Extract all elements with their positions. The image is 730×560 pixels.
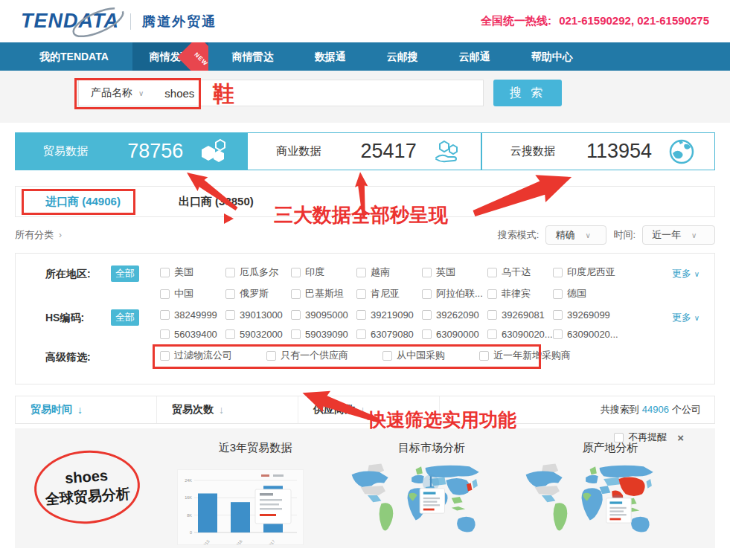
search-button[interactable]: 搜 索	[493, 80, 562, 106]
hs-checkbox[interactable]: 56039400	[160, 329, 225, 340]
checkbox-icon[interactable]	[422, 329, 432, 339]
sort-supplier-count[interactable]: 供应商数 ↓	[298, 396, 440, 423]
search-mode-select[interactable]: 精确 ∨	[545, 225, 606, 245]
nav-tab-data-pass[interactable]: 数据通	[298, 42, 363, 71]
nav-tab-cloud-mail[interactable]: 云邮通	[442, 42, 508, 71]
hs-checkbox[interactable]: 39013000	[225, 309, 291, 321]
hs-checkbox[interactable]: 39262090	[422, 309, 487, 321]
checkbox-icon[interactable]	[553, 310, 563, 320]
region-checkbox[interactable]: 菲律宾	[487, 287, 553, 300]
nav-tab-business-discovery[interactable]: 商情发现 NEW	[132, 42, 208, 71]
hs-checkbox[interactable]: 38249999	[160, 309, 225, 321]
search-category-select[interactable]: 产品名称 ∨	[79, 86, 154, 100]
hs-checkbox[interactable]: 39095000	[291, 309, 356, 321]
region-checkbox[interactable]: 印度尼西亚	[553, 265, 618, 279]
close-icon[interactable]: ×	[677, 431, 684, 444]
region-checkbox[interactable]: 肯尼亚	[356, 287, 422, 300]
advanced-checkbox[interactable]: 从中国采购	[382, 349, 445, 362]
hs-checkbox[interactable]: 63090000	[422, 329, 487, 340]
region-checkbox[interactable]: 阿拉伯联...	[422, 287, 487, 300]
checkbox-icon[interactable]	[356, 289, 366, 299]
checkbox-icon[interactable]	[487, 268, 497, 277]
checkbox-icon[interactable]	[382, 351, 392, 361]
region-checkbox[interactable]: 中国	[160, 287, 225, 300]
hs-row-2: 56039400 59032000 59039090	[160, 329, 658, 340]
sort-trade-count[interactable]: 贸易次数 ↓	[157, 396, 298, 423]
checkbox-icon[interactable]	[422, 268, 432, 277]
checkbox-icon[interactable]	[553, 329, 563, 339]
advanced-row: 过滤物流公司 只有一个供应商 从中国采购	[160, 349, 699, 362]
time-select[interactable]: 近一年 ∨	[642, 225, 715, 245]
checkbox-icon[interactable]	[225, 310, 235, 320]
checkbox-icon[interactable]	[422, 289, 432, 299]
hs-checkbox[interactable]: 59039090	[291, 329, 356, 340]
hs-more-link[interactable]: 更多 ∨	[658, 309, 699, 340]
nav-tab-business-radar[interactable]: 商情雷达	[215, 42, 291, 71]
breadcrumb-all-categories[interactable]: 所有分类 ›	[15, 228, 62, 242]
hs-checkbox[interactable]: 63090020...	[487, 329, 553, 340]
checkbox-icon[interactable]	[225, 329, 235, 339]
svg-text:2015: 2015	[201, 539, 210, 544]
checkbox-icon[interactable]	[291, 289, 301, 299]
checkbox-icon[interactable]	[225, 289, 235, 299]
sort-trade-time[interactable]: 贸易时间 ↓	[16, 396, 157, 423]
search-input[interactable]: shoes	[164, 87, 194, 100]
checkbox-icon[interactable]	[291, 310, 301, 320]
checkbox-icon[interactable]	[266, 351, 276, 361]
tab-exporters[interactable]: 出口商 (33850)	[179, 195, 254, 209]
checkbox-icon[interactable]	[356, 268, 366, 277]
tendata-logo[interactable]: TENDATA	[21, 10, 119, 33]
checkbox-icon[interactable]	[160, 310, 170, 320]
advanced-checkbox[interactable]: 近一年新增采购商	[479, 349, 571, 362]
chevron-down-icon: ∨	[694, 314, 699, 322]
checkbox-icon[interactable]	[291, 329, 301, 339]
checkbox-icon[interactable]	[487, 310, 497, 320]
chevron-down-icon: ∨	[585, 231, 590, 239]
hs-all-button[interactable]: 全部	[111, 309, 139, 326]
checkbox-icon[interactable]	[487, 329, 497, 339]
stat-card-cloud-search-data[interactable]: 云搜数据 113954	[481, 132, 715, 170]
nav-tab-help-center[interactable]: 帮助中心	[514, 42, 590, 71]
nav-tab-my-tendata[interactable]: 我的TENDATA	[22, 42, 126, 71]
checkbox-icon[interactable]	[160, 351, 170, 361]
svg-text:24K: 24K	[185, 478, 192, 483]
region-checkbox[interactable]: 德国	[553, 287, 618, 300]
stat-card-business-data[interactable]: 商业数据 25417	[247, 132, 481, 170]
hs-checkbox[interactable]: 63079080	[356, 329, 422, 340]
region-more-link[interactable]: 更多 ∨	[658, 265, 699, 300]
map-tooltip	[420, 489, 444, 513]
region-checkbox[interactable]: 巴基斯坦	[291, 287, 356, 300]
region-all-button[interactable]: 全部	[111, 265, 139, 282]
hs-checkbox[interactable]: 59032000	[225, 329, 291, 340]
advanced-checkbox[interactable]: 过滤物流公司	[160, 349, 232, 362]
checkbox-icon[interactable]	[487, 289, 497, 299]
checkbox-icon[interactable]	[160, 329, 170, 339]
region-checkbox[interactable]: 越南	[356, 265, 422, 279]
checkbox-icon[interactable]	[553, 268, 563, 277]
tab-importers[interactable]: 进口商 (44906)	[45, 195, 121, 209]
hs-checkbox[interactable]: 63090020...	[553, 329, 618, 340]
nav-tab-cloud-mail-search[interactable]: 云邮搜	[370, 42, 435, 71]
region-checkbox[interactable]: 俄罗斯	[225, 287, 291, 300]
checkbox-icon[interactable]	[356, 310, 366, 320]
checkbox-icon[interactable]	[160, 268, 170, 277]
hs-checkbox[interactable]: 39219090	[356, 309, 422, 321]
checkbox-icon[interactable]	[291, 268, 301, 277]
hs-checkbox[interactable]: 39269099	[553, 309, 618, 321]
checkbox-icon[interactable]	[225, 268, 235, 277]
search-section: 产品名称 ∨ shoes 鞋 搜 索	[0, 71, 730, 123]
checkbox-icon[interactable]	[356, 329, 366, 339]
region-checkbox[interactable]: 英国	[422, 265, 487, 279]
checkbox-icon[interactable]	[422, 310, 432, 320]
advanced-checkbox[interactable]: 只有一个供应商	[266, 349, 348, 362]
region-checkbox[interactable]: 厄瓜多尔	[225, 265, 291, 279]
region-checkbox[interactable]: 印度	[291, 265, 356, 279]
checkbox-icon[interactable]	[160, 289, 170, 299]
checkbox-icon[interactable]	[553, 289, 563, 299]
region-checkbox[interactable]: 美国	[160, 265, 225, 279]
region-checkbox[interactable]: 乌干达	[487, 265, 553, 279]
checkbox-icon[interactable]	[479, 351, 489, 361]
stat-card-trade-data[interactable]: 贸易数据 78756	[15, 132, 247, 170]
top-header: TENDATA 腾道外贸通 全国统一热线: 021-61590292, 021-…	[0, 0, 730, 42]
hs-checkbox[interactable]: 39269081	[487, 309, 553, 321]
